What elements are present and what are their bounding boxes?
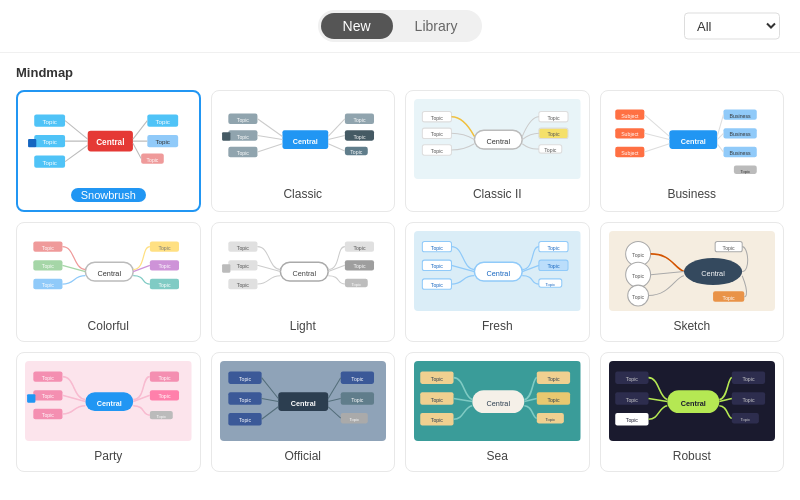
svg-text:Topic: Topic xyxy=(353,117,366,123)
svg-text:Central: Central xyxy=(680,399,705,408)
svg-rect-21 xyxy=(28,139,36,147)
template-thumb-classic: Central Topic Topic Topic Topic Topic To… xyxy=(220,99,387,179)
svg-text:Topic: Topic xyxy=(42,138,56,145)
svg-text:Central: Central xyxy=(292,137,317,146)
template-card-sea[interactable]: Central Topic Topic Topic Topic Topic To… xyxy=(405,352,590,472)
svg-text:Topic: Topic xyxy=(740,169,750,174)
svg-text:Topic: Topic xyxy=(156,414,166,419)
svg-text:Central: Central xyxy=(97,399,122,408)
svg-text:Topic: Topic xyxy=(547,397,560,403)
tab-library[interactable]: Library xyxy=(393,13,480,39)
template-thumb-fresh: Central Topic Topic Topic Topic Topic To… xyxy=(414,231,581,311)
svg-text:Topic: Topic xyxy=(42,282,55,288)
svg-text:Topic: Topic xyxy=(350,149,363,155)
svg-text:Topic: Topic xyxy=(545,417,555,422)
svg-text:Central: Central xyxy=(701,269,725,278)
template-grid: Central Topic Topic Topic Topic Topic To… xyxy=(16,90,784,472)
svg-text:Topic: Topic xyxy=(236,150,249,156)
svg-text:Topic: Topic xyxy=(42,263,55,269)
svg-text:Topic: Topic xyxy=(431,397,444,403)
template-card-sketch[interactable]: Central Topic Topic Topic Topic Topic Sk… xyxy=(600,222,785,342)
main-content: Mindmap Central Topic Topic Topic Topic … xyxy=(0,53,800,500)
svg-text:Central: Central xyxy=(98,269,122,278)
template-label-sea: Sea xyxy=(487,449,508,463)
tab-group: New Library xyxy=(318,10,483,42)
svg-text:Topic: Topic xyxy=(238,376,251,382)
svg-text:Topic: Topic xyxy=(236,263,249,269)
template-card-robust[interactable]: Central Topic Topic Topic Topic Topic To… xyxy=(600,352,785,472)
filter-select[interactable]: All Mindmap Flowchart Org Chart xyxy=(684,13,780,40)
svg-text:Topic: Topic xyxy=(236,117,249,123)
svg-text:Topic: Topic xyxy=(431,115,444,121)
svg-text:Topic: Topic xyxy=(156,138,170,145)
template-label-light: Light xyxy=(290,319,316,333)
svg-text:Topic: Topic xyxy=(42,375,55,381)
svg-text:Topic: Topic xyxy=(740,417,750,422)
tab-new[interactable]: New xyxy=(321,13,393,39)
svg-text:Topic: Topic xyxy=(625,397,638,403)
svg-text:Topic: Topic xyxy=(431,263,444,269)
svg-text:Topic: Topic xyxy=(351,376,364,382)
template-thumb-official: Central Topic Topic Topic Topic Topic To… xyxy=(220,361,387,441)
svg-text:Topic: Topic xyxy=(742,376,755,382)
svg-text:Subject: Subject xyxy=(621,113,639,119)
svg-text:Topic: Topic xyxy=(42,159,56,166)
svg-text:Topic: Topic xyxy=(353,134,366,140)
svg-text:Topic: Topic xyxy=(146,157,158,163)
svg-text:Topic: Topic xyxy=(158,375,171,381)
svg-text:Business: Business xyxy=(729,113,750,119)
svg-text:Topic: Topic xyxy=(42,412,55,418)
svg-text:Topic: Topic xyxy=(545,282,555,287)
template-label-official: Official xyxy=(285,449,321,463)
template-thumb-colorful: Central Topic Topic Topic Topic Topic To… xyxy=(25,231,192,311)
template-thumb-sketch: Central Topic Topic Topic Topic Topic xyxy=(609,231,776,311)
svg-text:Topic: Topic xyxy=(351,282,361,287)
svg-text:Business: Business xyxy=(729,131,750,137)
svg-text:Topic: Topic xyxy=(158,393,171,399)
svg-text:Topic: Topic xyxy=(547,263,560,269)
svg-text:Topic: Topic xyxy=(349,417,359,422)
template-thumb-business: Central Subject Subject Subject Business… xyxy=(609,99,776,179)
template-card-official[interactable]: Central Topic Topic Topic Topic Topic To… xyxy=(211,352,396,472)
svg-text:Topic: Topic xyxy=(353,245,366,251)
template-thumb-sea: Central Topic Topic Topic Topic Topic To… xyxy=(414,361,581,441)
svg-text:Topic: Topic xyxy=(547,376,560,382)
template-card-business[interactable]: Central Subject Subject Subject Business… xyxy=(600,90,785,212)
svg-text:Topic: Topic xyxy=(431,131,444,137)
svg-text:Central: Central xyxy=(292,269,316,278)
header: New Library All Mindmap Flowchart Org Ch… xyxy=(0,0,800,53)
svg-text:Topic: Topic xyxy=(236,245,249,251)
svg-rect-43 xyxy=(222,132,230,140)
template-label-party: Party xyxy=(94,449,122,463)
template-card-classic[interactable]: Central Topic Topic Topic Topic Topic To… xyxy=(211,90,396,212)
svg-text:Topic: Topic xyxy=(353,263,366,269)
svg-text:Subject: Subject xyxy=(621,131,639,137)
svg-text:Topic: Topic xyxy=(158,282,171,288)
template-label-business: Business xyxy=(667,187,716,201)
svg-text:Topic: Topic xyxy=(431,417,444,423)
svg-text:Topic: Topic xyxy=(431,282,444,288)
svg-text:Topic: Topic xyxy=(431,376,444,382)
svg-text:Central: Central xyxy=(487,269,511,278)
svg-text:Central: Central xyxy=(680,137,705,146)
svg-text:Topic: Topic xyxy=(351,397,364,403)
template-card-snowbrush[interactable]: Central Topic Topic Topic Topic Topic To… xyxy=(16,90,201,212)
svg-text:Topic: Topic xyxy=(547,115,560,121)
template-card-classic2[interactable]: Central Topic Topic Topic Topic Topic To… xyxy=(405,90,590,212)
svg-text:Topic: Topic xyxy=(158,263,171,269)
svg-text:Topic: Topic xyxy=(238,397,251,403)
svg-text:Topic: Topic xyxy=(42,393,55,399)
template-card-colorful[interactable]: Central Topic Topic Topic Topic Topic To… xyxy=(16,222,201,342)
section-label: Mindmap xyxy=(16,65,784,80)
template-card-party[interactable]: Central Topic Topic Topic Topic Topic To… xyxy=(16,352,201,472)
template-label-classic: Classic xyxy=(283,187,322,201)
template-card-fresh[interactable]: Central Topic Topic Topic Topic Topic To… xyxy=(405,222,590,342)
svg-text:Subject: Subject xyxy=(621,150,639,156)
svg-text:Central: Central xyxy=(487,137,511,146)
template-label-fresh: Fresh xyxy=(482,319,513,333)
template-label-sketch: Sketch xyxy=(673,319,710,333)
template-card-light[interactable]: Central Topic Topic Topic Topic Topic To… xyxy=(211,222,396,342)
svg-text:Topic: Topic xyxy=(742,397,755,403)
svg-text:Central: Central xyxy=(487,399,511,408)
svg-text:Topic: Topic xyxy=(236,282,249,288)
